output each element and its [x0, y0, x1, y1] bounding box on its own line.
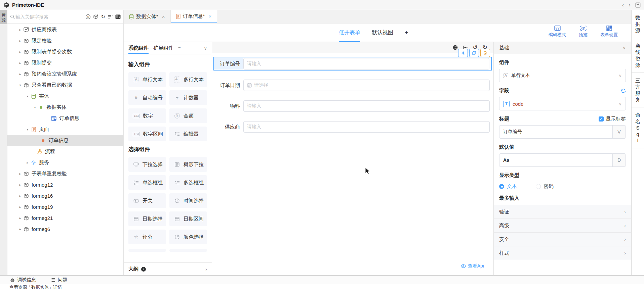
- canvas-field-2[interactable]: 物料 请输入: [214, 100, 492, 112]
- chevron-down-icon[interactable]: ∨: [204, 46, 207, 51]
- palette-item-rate[interactable]: ☆ 评分: [128, 230, 166, 244]
- refresh-icon[interactable]: ↻: [101, 14, 105, 20]
- tree-item-12[interactable]: ▸ 服务: [7, 157, 123, 168]
- add-view-button[interactable]: +: [405, 29, 408, 36]
- palette-item-color[interactable]: 颜色选择: [169, 230, 207, 244]
- palette-tab-1[interactable]: 扩展组件: [153, 42, 173, 54]
- right-strip-tab-2[interactable]: 三方服务: [632, 73, 644, 107]
- right-arrow-icon[interactable]: ▸: [17, 72, 23, 76]
- resource-strip-tab[interactable]: 资源: [0, 10, 7, 24]
- palette-item-money[interactable]: ¥ 金额: [169, 108, 207, 123]
- show-label-checkbox[interactable]: ✓: [599, 116, 604, 122]
- field-input[interactable]: 请输入: [243, 100, 490, 112]
- palette-item-number-range[interactable]: 1~3 数字区间: [128, 127, 166, 141]
- right-strip-tab-0[interactable]: 数据源: [632, 10, 644, 38]
- right-arrow-icon[interactable]: ▸: [17, 194, 23, 198]
- tree-item-10[interactable]: 订单信息: [7, 135, 123, 146]
- ai-icon[interactable]: AI: [85, 14, 91, 19]
- right-arrow-icon[interactable]: ▸: [17, 172, 23, 176]
- view-tab-1[interactable]: 默认视图: [372, 23, 393, 42]
- menu-icon[interactable]: ≡: [178, 46, 181, 51]
- display-type-radio-1[interactable]: 密码: [536, 183, 554, 190]
- field-input[interactable]: 请选择: [243, 80, 490, 91]
- palette-footer[interactable]: 大纲 i ›: [124, 262, 212, 275]
- palette-item-checkbox-group[interactable]: 多选框组: [169, 175, 207, 190]
- palette-item-auto-number[interactable]: # 自动编号: [128, 90, 166, 105]
- tree-item-15[interactable]: ▸ formeg16: [7, 190, 123, 201]
- right-arrow-icon[interactable]: ▸: [25, 161, 30, 164]
- props-group-3[interactable]: 样式 ›: [494, 246, 631, 260]
- down-arrow-icon[interactable]: ▾: [25, 128, 30, 131]
- palette-item-select[interactable]: 下拉选择: [128, 157, 166, 172]
- palette-item-editor[interactable]: 编辑器: [169, 127, 207, 141]
- field-input[interactable]: 请输入: [243, 121, 490, 133]
- title-addon-button[interactable]: V: [612, 126, 626, 138]
- palette-item-time[interactable]: 时间选择: [169, 193, 207, 208]
- tree-item-17[interactable]: ▸ formeg21: [7, 212, 123, 224]
- right-arrow-icon[interactable]: ▸: [17, 216, 23, 220]
- field-refresh-icon[interactable]: [621, 88, 626, 93]
- tree-item-0[interactable]: ▸ 供应商报表: [7, 24, 123, 35]
- default-addon-button[interactable]: D: [612, 154, 626, 166]
- props-group-2[interactable]: 安全 ›: [494, 233, 631, 246]
- field-trash-button[interactable]: [480, 49, 490, 57]
- tree-item-14[interactable]: ▸ formeg12: [7, 179, 123, 190]
- field-copy-button[interactable]: [469, 49, 479, 57]
- panel-toggle-icon[interactable]: [115, 14, 121, 19]
- palette-item-number[interactable]: 123 数字: [128, 108, 166, 123]
- tree-item-6[interactable]: ▾ 实体: [7, 91, 123, 102]
- tree-item-2[interactable]: ▸ 限制表单提交次数: [7, 46, 123, 57]
- code-mode-button[interactable]: 编码模式: [549, 26, 566, 38]
- down-arrow-icon[interactable]: ▾: [17, 83, 23, 87]
- field-select[interactable]: T code ∨: [499, 97, 626, 110]
- tree-item-1[interactable]: ▸ 限定校验: [7, 35, 123, 46]
- palette-tab-0[interactable]: 系统组件: [128, 42, 149, 54]
- palette-item-tree-select[interactable]: 树形下拉: [169, 157, 207, 172]
- tree-item-18[interactable]: ▸ formeg6: [7, 224, 123, 235]
- form-settings-button[interactable]: 表单设置: [600, 26, 618, 38]
- palette-item-date-range[interactable]: 日期区间: [169, 211, 207, 226]
- title-input[interactable]: 订单编号 V: [499, 125, 626, 139]
- palette-item-switch[interactable]: 开关: [128, 193, 166, 208]
- right-arrow-icon[interactable]: ▸: [17, 61, 23, 65]
- nav-forward-icon[interactable]: ›: [629, 2, 631, 8]
- right-arrow-icon[interactable]: ▸: [17, 183, 23, 187]
- tree-item-16[interactable]: ▸ formeg19: [7, 201, 123, 212]
- right-arrow-icon[interactable]: ▸: [17, 39, 23, 43]
- form-canvas[interactable]: ↺↻ 订单编号 请输入 订单日期 请选择 物料 请输入 供应商 请输入: [212, 42, 493, 275]
- tree-item-4[interactable]: ▸ 预约会议室管理系统: [7, 68, 123, 80]
- view-api-link[interactable]: 查看Api: [461, 263, 484, 269]
- palette-item-text-multi[interactable]: A 多行文本: [169, 72, 207, 87]
- canvas-field-1[interactable]: 订单日期 请选择: [214, 80, 492, 91]
- tree-item-3[interactable]: ▸ 限制提交: [7, 57, 123, 68]
- tree-item-7[interactable]: ▾ 数据实体: [7, 102, 123, 113]
- right-strip-tab-1[interactable]: 离线资源: [632, 38, 644, 73]
- component-select[interactable]: A 单行文本 ∨: [499, 69, 626, 82]
- tree-item-5[interactable]: ▾ 只查看自己的数据: [7, 80, 123, 91]
- tree-item-9[interactable]: ▾ 页面: [7, 124, 123, 135]
- close-icon[interactable]: ×: [208, 13, 211, 19]
- editor-tab-0[interactable]: 数据实体* ×: [124, 10, 171, 23]
- view-tab-0[interactable]: 低开表单: [339, 23, 360, 42]
- right-arrow-icon[interactable]: ▸: [17, 28, 23, 32]
- props-section-header[interactable]: 基础 ∨: [494, 42, 631, 54]
- right-strip-tab-3[interactable]: 命名Sql: [632, 107, 644, 148]
- right-arrow-icon[interactable]: ▸: [17, 227, 23, 231]
- palette-item-text-single[interactable]: A 单行文本: [128, 72, 166, 87]
- bottom-tab-debug[interactable]: 调试信息: [10, 277, 36, 283]
- display-type-radio-0[interactable]: 文本: [499, 183, 517, 190]
- props-group-1[interactable]: 高级 ›: [494, 219, 631, 233]
- right-arrow-icon[interactable]: ▸: [17, 205, 23, 209]
- canvas-field-0[interactable]: 订单编号 请输入: [213, 57, 492, 70]
- down-arrow-icon[interactable]: ▾: [25, 94, 30, 98]
- chevron-right-icon[interactable]: ›: [205, 267, 207, 272]
- field-gear-button[interactable]: [458, 49, 468, 57]
- palette-item-radio-group[interactable]: 单选框组: [128, 175, 166, 190]
- new-cube-icon[interactable]: [93, 14, 98, 19]
- globe-icon[interactable]: [453, 45, 458, 50]
- close-icon[interactable]: ×: [162, 14, 165, 19]
- editor-tab-1[interactable]: 订单信息* ×: [171, 10, 217, 23]
- props-group-0[interactable]: 验证 ›: [494, 205, 631, 219]
- down-arrow-icon[interactable]: ▾: [32, 105, 38, 109]
- sort-icon[interactable]: [108, 14, 113, 19]
